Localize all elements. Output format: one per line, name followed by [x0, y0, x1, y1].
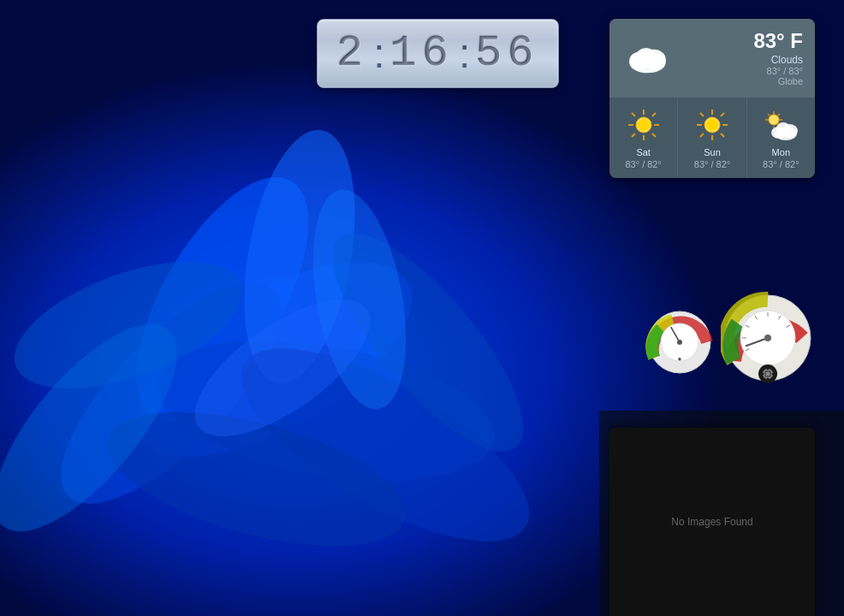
- svg-point-65: [764, 335, 771, 341]
- svg-line-25: [632, 133, 635, 137]
- weather-temp-range: 83° / 83°: [673, 66, 803, 76]
- cpu-gauge-widget: [721, 291, 815, 385]
- svg-line-32: [700, 113, 704, 116]
- clock-seconds: 56: [475, 28, 538, 79]
- forecast-day-name-mon: Mon: [772, 147, 790, 157]
- svg-line-35: [700, 133, 704, 137]
- weather-forecast: Sat 83° / 82°: [609, 97, 815, 178]
- weather-location: Globe: [673, 76, 803, 86]
- svg-point-37: [706, 119, 718, 131]
- svg-point-49: [776, 122, 790, 134]
- weather-info: 83° F Clouds 83° / 83° Globe: [673, 29, 803, 86]
- forecast-day-name-sat: Sat: [636, 147, 651, 157]
- weather-widget[interactable]: 83° F Clouds 83° / 83° Globe: [609, 19, 815, 178]
- weather-temperature: 83° F: [673, 29, 803, 53]
- no-images-label: No Images Found: [671, 516, 752, 528]
- svg-point-45: [769, 115, 779, 125]
- svg-point-27: [638, 119, 650, 131]
- forecast-icon-sun: [693, 106, 731, 144]
- forecast-day-sun: Sun 83° / 82°: [678, 98, 746, 178]
- forecast-day-sat: Sat 83° / 82°: [609, 98, 678, 178]
- svg-line-23: [652, 133, 656, 137]
- forecast-icon-mon: [762, 106, 799, 144]
- small-gauge-widget: ●: [645, 308, 714, 376]
- forecast-day-name-sun: Sun: [704, 147, 721, 157]
- svg-line-24: [652, 113, 656, 116]
- svg-line-33: [721, 133, 724, 137]
- forecast-day-mon: Mon 83° / 82°: [747, 98, 815, 178]
- clock-colon-1: :: [373, 33, 384, 74]
- forecast-icon-sat: [625, 106, 663, 144]
- weather-condition: Clouds: [673, 54, 803, 66]
- cpu-icon: [758, 364, 777, 383]
- forecast-temp-sat: 83° / 82°: [625, 159, 661, 169]
- weather-main-icon: [621, 37, 673, 80]
- weather-current: 83° F Clouds 83° / 83° Globe: [609, 19, 815, 97]
- svg-point-53: [677, 340, 682, 345]
- clock-colon-2: :: [459, 33, 470, 74]
- forecast-temp-sun: 83° / 82°: [694, 159, 730, 169]
- svg-rect-67: [766, 372, 770, 376]
- forecast-temp-mon: 83° / 82°: [763, 159, 799, 169]
- svg-line-22: [632, 113, 635, 116]
- clock-minutes: 16: [390, 28, 454, 79]
- svg-point-17: [636, 48, 656, 65]
- gauges-container: ●: [645, 291, 815, 385]
- svg-line-34: [721, 113, 724, 116]
- svg-text:●: ●: [678, 355, 682, 363]
- image-viewer-widget[interactable]: No Images Found: [609, 428, 815, 616]
- clock-hours: 2: [336, 28, 368, 79]
- clock-widget: 2 : 16 : 56: [317, 19, 559, 88]
